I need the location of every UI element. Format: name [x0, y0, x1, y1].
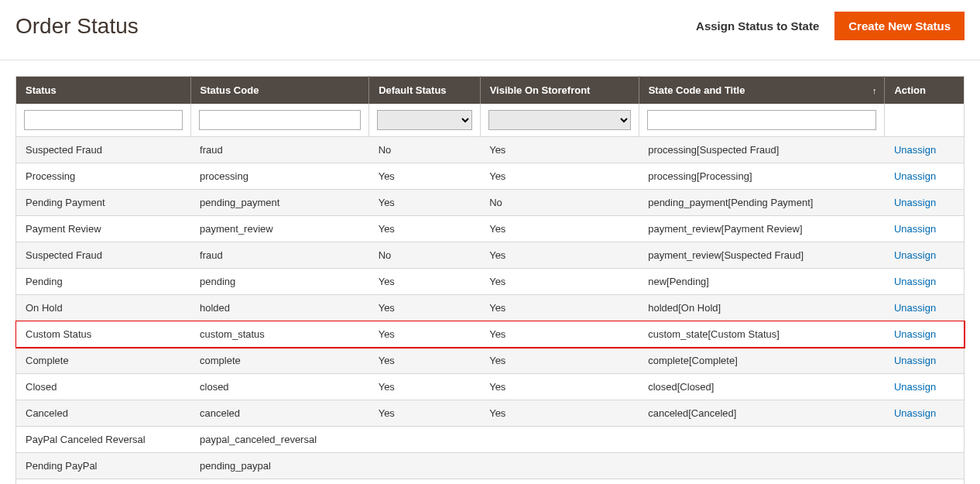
table-row[interactable]: Pending Paymentpending_paymentYesNopendi… — [16, 190, 965, 216]
cell-action: Unassign — [885, 269, 965, 295]
column-header-status[interactable]: Status — [16, 77, 191, 105]
cell-default: No — [369, 137, 481, 163]
cell-default: Yes — [369, 400, 481, 427]
table-header-row: Status Status Code Default Status Visibl… — [16, 77, 965, 105]
cell-visible — [480, 453, 639, 479]
cell-visible: Yes — [480, 295, 639, 321]
table-row[interactable]: Payment Reviewpayment_reviewYesYespaymen… — [16, 216, 965, 242]
cell-action — [885, 479, 965, 485]
cell-status: Pending PayPal — [16, 453, 191, 479]
grid-container: Status Status Code Default Status Visibl… — [0, 60, 980, 484]
page-header: Order Status Assign Status to State Crea… — [0, 0, 980, 60]
cell-state: complete[Complete] — [639, 348, 885, 374]
cell-state: pending_payment[Pending Payment] — [639, 190, 885, 216]
cell-default: Yes — [369, 216, 481, 242]
cell-default — [369, 479, 481, 485]
unassign-link[interactable]: Unassign — [894, 328, 936, 340]
unassign-link[interactable]: Unassign — [894, 170, 936, 182]
cell-code: complete — [190, 348, 369, 374]
create-new-status-button[interactable]: Create New Status — [834, 12, 965, 40]
cell-status: Pending Payment — [16, 190, 191, 216]
table-row[interactable]: On HoldholdedYesYesholded[On Hold]Unassi… — [16, 295, 965, 321]
unassign-link[interactable]: Unassign — [894, 249, 936, 261]
unassign-link[interactable]: Unassign — [894, 381, 936, 393]
cell-code: paypal_canceled_reversal — [190, 427, 369, 453]
table-row[interactable]: CompletecompleteYesYescomplete[Complete]… — [16, 348, 965, 374]
cell-state: new[Pending] — [639, 269, 885, 295]
cell-status: Suspected Fraud — [16, 242, 191, 269]
filter-status-input[interactable] — [24, 110, 183, 130]
cell-visible: Yes — [480, 242, 639, 269]
cell-visible: Yes — [480, 216, 639, 242]
cell-default — [369, 427, 481, 453]
cell-state: holded[On Hold] — [639, 295, 885, 321]
cell-code: processing — [190, 163, 369, 190]
cell-visible — [480, 427, 639, 453]
cell-status: PayPal Reversed — [16, 479, 191, 485]
unassign-link[interactable]: Unassign — [894, 197, 936, 208]
unassign-link[interactable]: Unassign — [894, 144, 936, 156]
cell-code: fraud — [190, 242, 369, 269]
cell-status: Pending — [16, 269, 191, 295]
column-header-visible[interactable]: Visible On Storefront — [480, 77, 639, 105]
cell-state: closed[Closed] — [639, 374, 885, 400]
assign-status-link[interactable]: Assign Status to State — [696, 19, 819, 33]
table-row[interactable]: Suspected FraudfraudNoYespayment_review[… — [16, 242, 965, 269]
cell-status: Closed — [16, 374, 191, 400]
cell-default: Yes — [369, 321, 481, 348]
cell-state: processing[Suspected Fraud] — [639, 137, 885, 163]
cell-action: Unassign — [885, 321, 965, 348]
cell-status: Processing — [16, 163, 191, 190]
unassign-link[interactable]: Unassign — [894, 276, 936, 287]
column-header-code[interactable]: Status Code — [190, 77, 369, 105]
cell-default — [369, 453, 481, 479]
cell-action: Unassign — [885, 216, 965, 242]
cell-default: Yes — [369, 295, 481, 321]
cell-status: Payment Review — [16, 216, 191, 242]
cell-visible: Yes — [480, 348, 639, 374]
cell-action: Unassign — [885, 374, 965, 400]
column-header-action: Action — [885, 77, 965, 105]
cell-default: No — [369, 242, 481, 269]
header-actions: Assign Status to State Create New Status — [696, 12, 965, 40]
cell-code: payment_review — [190, 216, 369, 242]
table-row[interactable]: PayPal Reversedpaypal_reversed — [16, 479, 965, 485]
unassign-link[interactable]: Unassign — [894, 223, 936, 235]
table-row[interactable]: PayPal Canceled Reversalpaypal_canceled_… — [16, 427, 965, 453]
table-row[interactable]: ClosedclosedYesYesclosed[Closed]Unassign — [16, 374, 965, 400]
cell-action — [885, 453, 965, 479]
cell-visible: Yes — [480, 374, 639, 400]
unassign-link[interactable]: Unassign — [894, 355, 936, 366]
cell-action: Unassign — [885, 163, 965, 190]
filter-visible-select[interactable] — [488, 110, 631, 130]
cell-code: pending — [190, 269, 369, 295]
table-row[interactable]: CanceledcanceledYesYescanceled[Canceled]… — [16, 400, 965, 427]
cell-action: Unassign — [885, 295, 965, 321]
cell-status: Complete — [16, 348, 191, 374]
cell-state — [639, 453, 885, 479]
table-row[interactable]: ProcessingprocessingYesYesprocessing[Pro… — [16, 163, 965, 190]
cell-code: closed — [190, 374, 369, 400]
table-row[interactable]: Custom Statuscustom_statusYesYescustom_s… — [16, 321, 965, 348]
filter-default-select[interactable] — [377, 110, 472, 130]
cell-status: Canceled — [16, 400, 191, 427]
cell-code: holded — [190, 295, 369, 321]
cell-default: Yes — [369, 163, 481, 190]
unassign-link[interactable]: Unassign — [894, 302, 936, 314]
filter-row — [16, 104, 965, 137]
cell-action: Unassign — [885, 190, 965, 216]
cell-state — [639, 427, 885, 453]
column-header-state[interactable]: State Code and Title ↑ — [639, 77, 885, 105]
sort-ascending-icon: ↑ — [872, 86, 877, 95]
table-row[interactable]: Suspected FraudfraudNoYesprocessing[Susp… — [16, 137, 965, 163]
cell-visible: Yes — [480, 163, 639, 190]
unassign-link[interactable]: Unassign — [894, 407, 936, 419]
column-header-default[interactable]: Default Status — [369, 77, 481, 105]
filter-state-input[interactable] — [647, 110, 877, 130]
cell-code: pending_payment — [190, 190, 369, 216]
filter-code-input[interactable] — [199, 110, 362, 130]
cell-default: Yes — [369, 348, 481, 374]
table-row[interactable]: PendingpendingYesYesnew[Pending]Unassign — [16, 269, 965, 295]
table-row[interactable]: Pending PayPalpending_paypal — [16, 453, 965, 479]
cell-default: Yes — [369, 269, 481, 295]
